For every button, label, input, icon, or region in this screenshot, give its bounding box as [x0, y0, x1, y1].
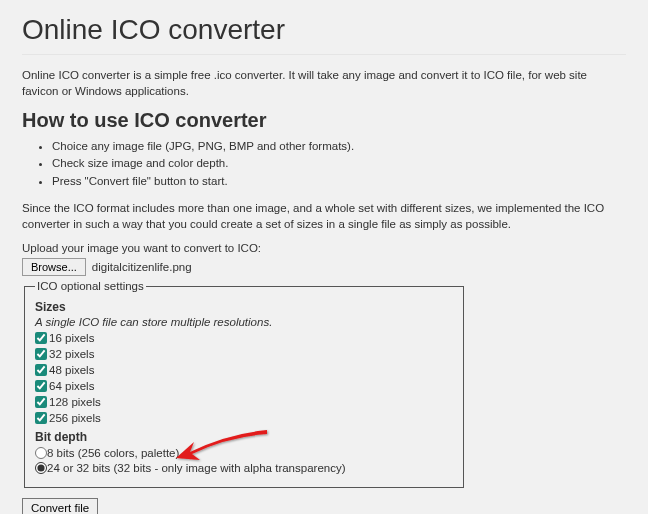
step-item: Choice any image file (JPG, PNG, BMP and… [52, 138, 626, 155]
step-item: Check size image and color depth. [52, 155, 626, 172]
browse-button[interactable]: Browse... [22, 258, 86, 276]
size-label: 16 pixels [49, 332, 94, 344]
size-256-checkbox[interactable] [35, 412, 47, 424]
size-32-row[interactable]: 32 pixels [35, 348, 453, 360]
intro-text: Online ICO converter is a simple free .i… [22, 67, 626, 99]
sizes-heading: Sizes [35, 300, 453, 314]
divider [22, 54, 626, 55]
explanation-text: Since the ICO format includes more than … [22, 200, 626, 232]
size-16-checkbox[interactable] [35, 332, 47, 344]
bitdepth-8-row[interactable]: 8 bits (256 colors, palette) [35, 447, 453, 459]
upload-label: Upload your image you want to convert to… [22, 242, 626, 254]
bitdepth-label: 24 or 32 bits (32 bits - only image with… [47, 462, 346, 474]
settings-legend: ICO optional settings [35, 280, 146, 292]
size-64-checkbox[interactable] [35, 380, 47, 392]
size-256-row[interactable]: 256 pixels [35, 412, 453, 424]
steps-list: Choice any image file (JPG, PNG, BMP and… [22, 138, 626, 190]
selected-filename: digitalcitizenlife.png [92, 261, 192, 273]
size-128-checkbox[interactable] [35, 396, 47, 408]
size-label: 32 pixels [49, 348, 94, 360]
size-label: 256 pixels [49, 412, 101, 424]
settings-fieldset: ICO optional settings Sizes A single ICO… [24, 280, 464, 488]
bitdepth-label: 8 bits (256 colors, palette) [47, 447, 179, 459]
bitdepth-heading: Bit depth [35, 430, 453, 444]
sizes-subheading: A single ICO file can store multiple res… [35, 316, 453, 328]
bitdepth-8-radio[interactable] [35, 447, 47, 459]
size-16-row[interactable]: 16 pixels [35, 332, 453, 344]
size-32-checkbox[interactable] [35, 348, 47, 360]
page-title: Online ICO converter [22, 14, 626, 46]
size-48-row[interactable]: 48 pixels [35, 364, 453, 376]
howto-heading: How to use ICO converter [22, 109, 626, 132]
size-64-row[interactable]: 64 pixels [35, 380, 453, 392]
size-128-row[interactable]: 128 pixels [35, 396, 453, 408]
size-label: 128 pixels [49, 396, 101, 408]
size-label: 48 pixels [49, 364, 94, 376]
step-item: Press "Convert file" button to start. [52, 173, 626, 190]
bitdepth-24-row[interactable]: 24 or 32 bits (32 bits - only image with… [35, 462, 453, 474]
convert-file-button[interactable]: Convert file [22, 498, 98, 514]
size-label: 64 pixels [49, 380, 94, 392]
bitdepth-24-radio[interactable] [35, 462, 47, 474]
size-48-checkbox[interactable] [35, 364, 47, 376]
